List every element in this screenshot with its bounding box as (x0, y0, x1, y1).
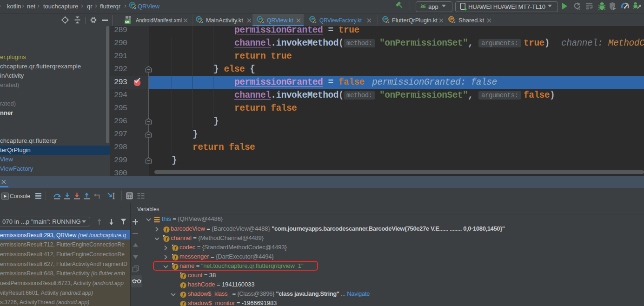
svg-text:A: A (577, 7, 580, 11)
